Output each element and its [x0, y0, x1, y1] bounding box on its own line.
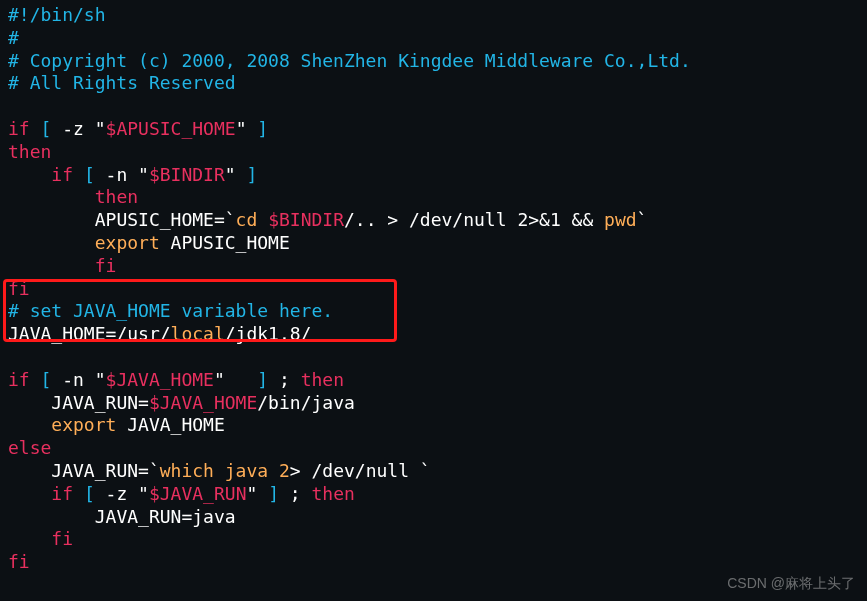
bracket-close: ] — [257, 483, 279, 504]
cd-path: /.. > /dev/null 2>&1 && — [344, 209, 604, 230]
flag-z: -z — [106, 483, 139, 504]
kw-if: if — [8, 369, 30, 390]
kw-fi: fi — [51, 528, 73, 549]
kw-fi: fi — [8, 551, 30, 572]
bin-java: /bin/java — [257, 392, 355, 413]
var-java-run: $JAVA_RUN — [149, 483, 247, 504]
apusic-assign: APUSIC_HOME — [95, 209, 214, 230]
comment-blank: # — [8, 27, 19, 48]
bracket-open: [ — [84, 483, 106, 504]
bracket-close: ] — [246, 369, 268, 390]
kw-export: export — [95, 232, 160, 253]
var-java-home: $JAVA_HOME — [149, 392, 257, 413]
dq: " — [246, 483, 257, 504]
local-seg: local — [171, 323, 225, 344]
kw-then: then — [301, 369, 344, 390]
var-apusic-home: $APUSIC_HOME — [106, 118, 236, 139]
dq: " — [236, 118, 247, 139]
java-run-name: JAVA_RUN — [51, 460, 138, 481]
bracket-open: [ — [41, 369, 63, 390]
export-arg: APUSIC_HOME — [160, 232, 290, 253]
dq: " — [225, 164, 236, 185]
bt: ` — [149, 460, 160, 481]
eq: = — [214, 209, 225, 230]
java-run-name: JAVA_RUN — [95, 506, 182, 527]
watermark: CSDN @麻将上头了 — [727, 572, 855, 595]
export-java-run: JAVA_RUN — [73, 597, 171, 601]
kw-if: if — [51, 483, 73, 504]
var-bindir: $BINDIR — [268, 209, 344, 230]
kw-export: export — [51, 414, 116, 435]
var-java-home: $JAVA_HOME — [106, 369, 214, 390]
export-java-home: JAVA_HOME — [116, 414, 224, 435]
kw-fi: fi — [95, 255, 117, 276]
dq: " — [214, 369, 225, 390]
cmd-cd: cd — [236, 209, 269, 230]
sp — [225, 369, 247, 390]
bt: ` — [225, 209, 236, 230]
flag-n: -n — [62, 369, 95, 390]
bracket-close: ] — [236, 164, 258, 185]
semi: ; — [268, 369, 301, 390]
dq: " — [95, 118, 106, 139]
bracket-close: ] — [246, 118, 268, 139]
java-home-prefix: =/usr/ — [106, 323, 171, 344]
kw-fi: fi — [8, 278, 30, 299]
which-tail: > /dev/null — [290, 460, 420, 481]
cmd-pwd: pwd — [604, 209, 637, 230]
bracket-open: [ — [84, 164, 106, 185]
java-home-name: JAVA_HOME — [8, 323, 106, 344]
eq: = — [138, 392, 149, 413]
java-lit: =java — [181, 506, 235, 527]
java-run-name: JAVA_RUN — [51, 392, 138, 413]
kw-if: if — [51, 164, 73, 185]
dq: " — [138, 483, 149, 504]
flag-n: -n — [106, 164, 139, 185]
bracket-open: [ — [41, 118, 63, 139]
kw-export: export — [8, 597, 73, 601]
semi: ; — [279, 483, 312, 504]
comment-setjava: # set JAVA_HOME variable here. — [8, 300, 333, 321]
shebang-rest: !/bin/sh — [19, 4, 106, 25]
kw-then: then — [95, 186, 138, 207]
kw-else: else — [8, 437, 51, 458]
bt: ` — [420, 460, 431, 481]
kw-then: then — [8, 141, 51, 162]
var-bindir: $BINDIR — [149, 164, 225, 185]
bt: ` — [637, 209, 648, 230]
dq: " — [95, 369, 106, 390]
which-java: which java 2 — [160, 460, 290, 481]
kw-then: then — [312, 483, 355, 504]
dq: " — [138, 164, 149, 185]
kw-if: if — [8, 118, 30, 139]
shebang-hash: # — [8, 4, 19, 25]
flag-z: -z — [62, 118, 95, 139]
eq: = — [138, 460, 149, 481]
comment-allrights: # All Rights Reserved — [8, 72, 236, 93]
java-home-suffix: /jdk1.8/ — [225, 323, 312, 344]
code-block: #!/bin/sh # # Copyright (c) 2000, 2008 S… — [0, 0, 867, 601]
comment-copyright: # Copyright (c) 2000, 2008 ShenZhen King… — [8, 50, 691, 71]
